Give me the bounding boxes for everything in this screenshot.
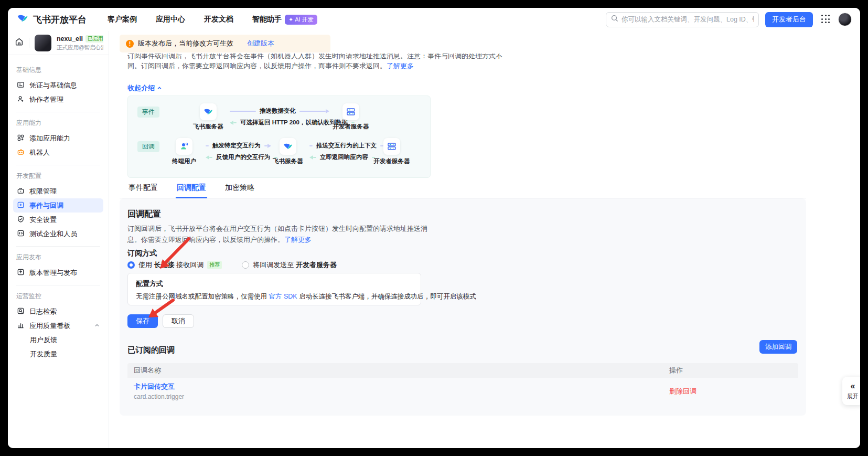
radio-long-connection[interactable]: 使用 长连接 接收回调 推荐: [127, 260, 222, 270]
callback-badge: 回调: [137, 141, 159, 152]
caret-up-icon: [157, 84, 162, 92]
sparkle-icon: ✦: [288, 16, 293, 23]
config-method-box: 配置方式 无需注册公网域名或配置加密策略，仅需使用 官方 SDK 启动长连接飞书…: [127, 273, 421, 305]
arrow-return-response: 立即返回响应内容: [309, 153, 370, 161]
callback-name-link[interactable]: 卡片回传交互: [134, 383, 175, 390]
warning-icon: !: [126, 40, 134, 48]
robot-icon: [17, 148, 25, 157]
sidebar-item-log-search[interactable]: 日志检索: [13, 304, 103, 319]
expand-label: 展开: [847, 393, 859, 400]
sidebar-header: nexu_eli 已启用 正式应用@智启心源: [8, 31, 109, 55]
sidebar-item-credentials[interactable]: 凭证与基础信息: [13, 78, 103, 92]
config-tabs: 事件配置 回调配置 加密策略: [120, 181, 806, 198]
apps-grid-icon[interactable]: [821, 15, 831, 24]
app-subtitle: 正式应用@智启心源: [57, 44, 103, 51]
brand-title: 飞书开放平台: [33, 14, 87, 26]
nav-app-center[interactable]: 应用中心: [156, 15, 185, 24]
main-content: ! 版本发布后，当前修改方可生效 创建版本 订阅事件或回调后，飞书开放平台将会在…: [109, 31, 860, 448]
sidebar-item-quality-board[interactable]: 应用质量看板: [13, 319, 103, 333]
feishu-server-node: 飞书服务器: [190, 103, 227, 131]
grid-plus-icon: [17, 134, 25, 143]
delete-callback-link[interactable]: 删除回调: [669, 387, 696, 395]
id-card-icon: [17, 81, 25, 90]
chevron-up-icon[interactable]: [94, 322, 100, 330]
log-search-icon: [17, 307, 25, 316]
table-row: 卡片回传交互 card.action.trigger 删除回调: [127, 378, 798, 404]
col-callback-name: 回调名称: [127, 366, 669, 375]
tab-callback-config[interactable]: 回调配置: [176, 181, 207, 198]
tab-event-config[interactable]: 事件配置: [127, 181, 159, 198]
add-callback-button[interactable]: 添加回调: [759, 340, 797, 354]
app-window: 飞书开放平台 客户案例 应用中心 开发文档 智能助手✦AI 开发 开发者后台 n…: [8, 8, 860, 448]
official-sdk-link[interactable]: 官方 SDK: [269, 293, 297, 300]
subscribe-mode-radios: 使用 长连接 接收回调 推荐 将回调发送至 开发者服务器: [127, 260, 337, 270]
nav-ai-assistant[interactable]: 智能助手✦AI 开发: [252, 15, 317, 25]
sidebar-item-security[interactable]: 安全设置: [13, 213, 103, 227]
radio-dev-server[interactable]: 将回调发送至 开发者服务器: [242, 260, 337, 270]
search-input[interactable]: [621, 16, 754, 23]
intro-paragraph: 订阅事件或回调后，飞书开放平台将会在事件（如机器人入群）发生时向请求地址推送消息…: [127, 54, 809, 81]
sidebar-item-add-capability[interactable]: 添加应用能力: [13, 131, 103, 145]
server-icon: [383, 138, 400, 155]
app-name: nexu_eli: [57, 35, 83, 43]
radio-selected-icon: [127, 261, 135, 269]
shield-check-icon: [17, 215, 25, 225]
app-avatar[interactable]: [35, 35, 51, 51]
intro-line1: 订阅事件或回调后，飞书开放平台将会在事件（如机器人入群）发生时向请求地址推送消息…: [127, 54, 809, 61]
server-icon: [342, 103, 359, 120]
sidebar-item-dev-quality[interactable]: 开发质量: [13, 347, 103, 361]
subscribed-callbacks-title: 已订阅的回调: [127, 345, 175, 355]
developer-console-button[interactable]: 开发者后台: [765, 12, 813, 27]
sidebar-item-collaborators[interactable]: 协作者管理: [13, 92, 103, 107]
recommended-badge: 推荐: [207, 261, 222, 269]
divider: [29, 38, 29, 48]
collapse-intro-link[interactable]: 收起介绍: [127, 83, 162, 93]
group-title-capability: 应用能力: [16, 119, 100, 128]
sidebar-item-version-release[interactable]: 版本管理与发布: [13, 266, 103, 280]
tab-encryption-policy[interactable]: 加密策略: [224, 181, 255, 198]
arrow-feedback-interaction: 反馈用户的交互行为: [206, 153, 266, 161]
end-user-node: 终端用户: [166, 138, 202, 165]
expand-panel-button[interactable]: « 展开: [842, 377, 860, 405]
col-action: 操作: [669, 366, 798, 375]
learn-more-link[interactable]: 了解更多: [387, 62, 414, 70]
sidebar-menu: 基础信息 凭证与基础信息 协作者管理 应用能力 添加应用能力 机器人 开发配置: [8, 55, 109, 365]
learn-more-link[interactable]: 了解更多: [284, 236, 312, 243]
home-icon[interactable]: [15, 37, 24, 48]
sidebar-item-events-callbacks[interactable]: 事件与回调: [13, 198, 103, 213]
user-avatar[interactable]: [838, 13, 852, 26]
arrow-left-icon: [230, 121, 233, 125]
save-button[interactable]: 保存: [127, 314, 158, 328]
event-callback-icon: [17, 201, 25, 210]
notice-text: 版本发布后，当前修改方可生效: [138, 39, 233, 48]
bar-chart-icon: [17, 321, 25, 331]
create-version-link[interactable]: 创建版本: [247, 39, 274, 48]
section-description: 订阅回调后，飞书开放平台将会在用户交互行为（如点击卡片按钮）发生时向配置的请求地…: [127, 224, 432, 246]
end-user-icon: [176, 138, 192, 155]
intro-line2: 同。订阅回调后，你需要立即返回响应内容，以反馈用户操作，而事件则不要求返回。了解…: [127, 61, 809, 71]
subscribe-mode-label: 订阅方式: [127, 249, 157, 258]
group-title-monitor: 运营监控: [16, 292, 100, 301]
global-search[interactable]: [606, 12, 759, 27]
config-method-text: 无需注册公网域名或配置加密策略，仅需使用 官方 SDK 启动长连接飞书客户端，并…: [136, 292, 413, 301]
sidebar-item-test-org[interactable]: 测试企业和人员: [13, 227, 103, 241]
topbar: 飞书开放平台 客户案例 应用中心 开发文档 智能助手✦AI 开发 开发者后台: [8, 8, 860, 31]
callback-config-panel: 回调配置 订阅回调后，飞书开放平台将会在用户交互行为（如点击卡片按钮）发生时向配…: [120, 198, 806, 416]
sidebar-item-user-feedback[interactable]: 用户反馈: [13, 333, 103, 347]
dev-server-node: 开发者服务器: [373, 138, 410, 165]
event-callback-diagram: 事件 飞书服务器 推送数据变化 可选择返回 HTTP 200，以确认收到数据 开…: [127, 96, 431, 178]
briefcase-icon: [17, 187, 25, 196]
event-badge: 事件: [137, 107, 159, 118]
sidebar-item-bot[interactable]: 机器人: [13, 145, 103, 160]
cancel-button[interactable]: 取消: [163, 314, 194, 328]
nav-customer-cases[interactable]: 客户案例: [108, 15, 137, 24]
arrow-left-icon: [206, 155, 209, 160]
arrow-push-data: 推送数据变化: [230, 107, 329, 115]
feishu-logo-icon: [200, 103, 217, 120]
callbacks-table: 回调名称 操作 卡片回传交互 card.action.trigger 删除回调: [127, 363, 798, 404]
config-method-title: 配置方式: [136, 279, 413, 289]
sidebar-item-permissions[interactable]: 权限管理: [13, 184, 103, 198]
feishu-server-node: 飞书服务器: [270, 138, 306, 165]
nav-dev-docs[interactable]: 开发文档: [204, 15, 233, 24]
upload-box-icon: [17, 268, 25, 278]
